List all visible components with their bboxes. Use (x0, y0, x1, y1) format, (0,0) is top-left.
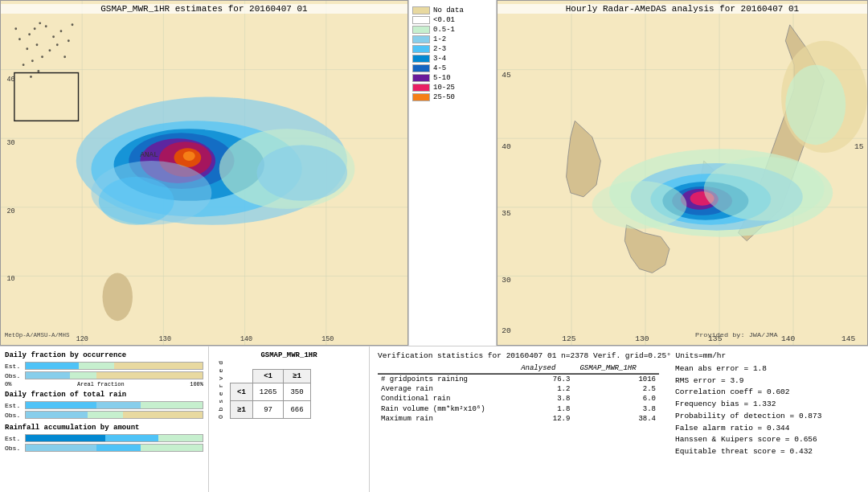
svg-point-19 (28, 33, 31, 35)
svg-text:10: 10 (6, 275, 14, 283)
verif-row-3: Rain volume (mm*km²x10⁶) 1.8 3.8 (378, 404, 659, 414)
svg-point-24 (52, 35, 55, 38)
svg-text:45: 45 (502, 71, 511, 80)
col-analysed-header: Analysed (514, 363, 573, 374)
verif-row-4: Maximum rain 12.9 38.4 (378, 414, 659, 424)
legend-panel: No data <0.01 0.5-1 1-2 2-3 (408, 0, 497, 346)
table-row-1: <1 1265 350 (231, 383, 311, 401)
est-occurrence-bar (25, 362, 203, 370)
svg-point-36 (14, 27, 17, 30)
svg-point-30 (56, 43, 59, 46)
verif-gsmap-4: 38.4 (573, 414, 659, 424)
svg-point-21 (36, 43, 39, 46)
svg-point-31 (68, 39, 70, 42)
verif-row-1: Average rain 1.2 2.5 (378, 384, 659, 394)
svg-text:125: 125 (562, 334, 575, 343)
svg-point-20 (45, 25, 47, 27)
verif-analysed-4: 12.9 (514, 414, 573, 424)
stat-6: Hanssen & Kuipers score = 0.656 (675, 434, 860, 446)
verif-analysed-1: 1.2 (514, 384, 573, 394)
svg-text:40: 40 (6, 75, 14, 83)
svg-point-35 (72, 23, 74, 26)
stat-4: Probability of detection = 0.873 (675, 411, 860, 423)
stat-7: Equitable threat score = 0.432 (675, 446, 860, 458)
svg-point-26 (41, 55, 43, 58)
svg-text:ANAL: ANAL (140, 150, 158, 159)
svg-point-45 (183, 151, 195, 161)
contingency-table-section: GSMAP_MWR_1HR O b s e r v e d <1 ≥1 (209, 346, 370, 492)
verification-title: Verification statistics for 20160407 01 … (378, 351, 860, 360)
verif-label-0: # gridpoints raining (378, 375, 514, 385)
bottom-left-charts: Daily fraction by occurrence Est. Obs. (0, 346, 209, 492)
svg-text:120: 120 (76, 335, 88, 343)
svg-text:40: 40 (502, 142, 511, 151)
verif-row-0: # gridpoints raining 76.3 1016 (378, 375, 659, 385)
stat-1: RMS error = 3.9 (675, 375, 860, 387)
main-container: GSMAP_MWR_1HR estimates for 20160407 01 … (0, 0, 868, 492)
svg-point-28 (23, 64, 25, 66)
svg-point-50 (103, 273, 133, 321)
svg-text:130: 130 (635, 334, 649, 343)
contingency-title: GSMAP_MWR_1HR (214, 351, 364, 359)
svg-point-33 (37, 70, 39, 72)
svg-text:140: 140 (240, 335, 252, 343)
verif-gsmap-1: 2.5 (573, 384, 659, 394)
legend-nodata-item: No data <0.01 0.5-1 1-2 2-3 (412, 6, 493, 101)
stat-5: False alarm ratio = 0.344 (675, 423, 860, 435)
verification-table: Analysed GSMAP_MWR_1HR # gridpoints rain… (378, 363, 659, 424)
svg-text:30: 30 (6, 139, 14, 147)
svg-text:30: 30 (502, 277, 511, 285)
verif-analysed-3: 1.8 (514, 404, 573, 414)
verif-gsmap-2: 6.0 (573, 394, 659, 404)
svg-point-34 (30, 76, 32, 78)
obs-occurrence-bar (25, 371, 203, 379)
svg-point-49 (99, 177, 174, 225)
table-row-2: ≥1 97 666 (231, 401, 311, 419)
est-rain-row: Est. (5, 401, 203, 409)
svg-point-47 (257, 145, 347, 201)
obs-rain-row: Obs. (5, 411, 203, 419)
est-acc-row: Est. (5, 434, 203, 442)
svg-point-82 (704, 157, 825, 221)
col-header-lt1: <1 (252, 370, 284, 383)
svg-point-25 (60, 30, 63, 32)
left-map-svg: 40 30 20 10 120 130 140 150 (1, 1, 407, 345)
stats-column: Mean abs error = 1.8 RMS error = 3.9 Cor… (675, 363, 860, 458)
svg-text:20: 20 (6, 207, 14, 215)
bottom-row: Daily fraction by occurrence Est. Obs. (0, 346, 868, 492)
est-occurrence-row: Est. (5, 362, 203, 370)
svg-point-74 (785, 65, 845, 146)
verif-analysed-2: 3.8 (514, 394, 573, 404)
right-map-panel: Hourly Radar-AMeDAS analysis for 2016040… (497, 0, 868, 346)
acc-chart-title: Rainfall accumulation by amount (5, 424, 203, 432)
svg-text:35: 35 (502, 209, 511, 218)
verif-analysed-0: 76.3 (514, 375, 573, 385)
svg-point-17 (34, 27, 36, 30)
verif-label-1: Average rain (378, 384, 514, 394)
svg-text:MetOp-A/AMSU-A/MHS: MetOp-A/AMSU-A/MHS (5, 332, 70, 338)
svg-point-27 (31, 59, 34, 62)
row-header-lt1: <1 (231, 383, 253, 401)
verification-table-container: Analysed GSMAP_MWR_1HR # gridpoints rain… (378, 363, 659, 458)
row-header-ge1: ≥1 (231, 401, 253, 419)
verif-label-4: Maximum rain (378, 414, 514, 424)
svg-text:130: 130 (159, 335, 171, 343)
svg-text:20: 20 (502, 326, 511, 335)
left-map-panel: GSMAP_MWR_1HR estimates for 20160407 01 … (0, 0, 408, 346)
verification-section: Verification statistics for 20160407 01 … (370, 346, 868, 492)
verif-label-2: Conditional rain (378, 394, 514, 404)
obs-occurrence-row: Obs. (5, 371, 203, 379)
axis-labels: 0% Areal fraction 100% (5, 381, 203, 387)
verif-label-3: Rain volume (mm*km²x10⁶) (378, 404, 514, 414)
svg-point-22 (26, 47, 28, 50)
verif-gsmap-0: 1016 (573, 375, 659, 385)
svg-text:145: 145 (841, 334, 855, 343)
observed-vertical-label: O b s e r v e d (214, 361, 226, 419)
right-map-title: Hourly Radar-AMeDAS analysis for 2016040… (497, 4, 867, 14)
obs-acc-bar (25, 444, 203, 452)
est-acc-bar (25, 434, 203, 442)
cell-12: 350 (284, 383, 310, 401)
svg-text:Provided by: JWA/JMA: Provided by: JWA/JMA (695, 331, 778, 338)
est-rain-bar (25, 401, 203, 409)
right-map-svg: 45 40 35 30 20 125 130 135 140 145 15 (497, 1, 867, 345)
